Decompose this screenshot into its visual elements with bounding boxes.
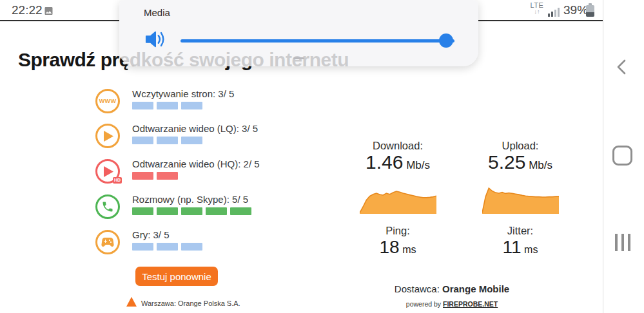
- provider-line: Dostawca: Orange Mobile: [349, 283, 555, 294]
- media-volume-panel: Media: [119, 0, 478, 66]
- rating-bar: [157, 207, 178, 215]
- rating-bar: [206, 207, 227, 215]
- jitter-unit: ms: [524, 244, 538, 255]
- location-provider-note: Warszawa: Orange Polska S.A.: [141, 299, 240, 307]
- clock: 22:22: [12, 3, 43, 17]
- provider-name: Orange Mobile: [442, 283, 509, 294]
- rating-bar: [157, 243, 178, 251]
- rating-bar: [132, 172, 153, 180]
- rating-bar: [132, 207, 153, 215]
- rating-bars: [132, 207, 251, 215]
- phone-call-icon: [95, 194, 120, 219]
- test-item-label: Odtwarzanie wideo (HQ): 2/ 5: [132, 158, 260, 169]
- volume-slider[interactable]: [181, 39, 454, 43]
- download-label: Download:: [346, 139, 449, 152]
- signal-strength-icon: [548, 6, 562, 19]
- test-item-label: Odtwarzanie wideo (LQ): 3/ 5: [132, 123, 258, 134]
- download-value: 1.46: [366, 151, 403, 173]
- nav-divider: [603, 0, 603, 313]
- rating-bar: [132, 243, 153, 251]
- jitter-value: 11: [503, 237, 522, 257]
- orange-logo-icon: [126, 297, 137, 307]
- statusbar-divider-left: [0, 20, 119, 21]
- ping-unit: ms: [402, 244, 416, 255]
- media-panel-title: Media: [144, 7, 170, 18]
- www-icon: WWW: [95, 89, 120, 113]
- panel-expand-handle[interactable]: [293, 57, 304, 59]
- rating-bars: [132, 172, 178, 180]
- jitter-result: Jitter: 11 ms: [469, 224, 572, 260]
- hd-badge: HD: [113, 177, 122, 184]
- upload-chart: [482, 184, 559, 214]
- retest-button[interactable]: Testuj ponownie: [135, 267, 218, 286]
- download-chart: [360, 184, 436, 214]
- rating-bar: [181, 207, 202, 215]
- rating-bar: [181, 243, 202, 251]
- powered-by-line: powered by FIREPROBE.NET: [349, 300, 555, 308]
- upload-unit: Mb/s: [529, 159, 552, 171]
- jitter-label: Jitter:: [469, 224, 572, 237]
- fireprobe-link[interactable]: FIREPROBE.NET: [443, 300, 498, 308]
- upload-label: Upload:: [469, 139, 572, 152]
- download-result: Download: 1.46 Mb/s: [346, 139, 449, 216]
- screenshot-notification-icon: [43, 6, 55, 19]
- upload-result: Upload: 5.25 Mb/s: [469, 139, 572, 216]
- upload-value: 5.25: [488, 151, 525, 173]
- play-video-hd-icon: HD: [95, 159, 120, 184]
- rating-bar: [157, 102, 178, 109]
- ping-label: Ping:: [346, 224, 449, 237]
- battery-percent: 39%: [563, 3, 588, 17]
- recents-button[interactable]: [615, 234, 630, 251]
- data-arrows-icon: ↓↑: [529, 9, 545, 15]
- rating-bar: [132, 102, 153, 109]
- rating-bar: [230, 207, 251, 215]
- rating-bar: [132, 137, 153, 144]
- rating-bars: [132, 137, 202, 144]
- test-item-label: Wczytywanie stron: 3/ 5: [132, 88, 234, 99]
- rating-bars: [132, 243, 202, 251]
- back-button[interactable]: [614, 58, 630, 79]
- network-type-indicator: LTE ↓↑: [529, 2, 545, 15]
- rating-bar: [157, 137, 178, 144]
- rating-bar: [157, 172, 178, 180]
- download-unit: Mb/s: [406, 159, 430, 171]
- test-item-label: Rozmowy (np. Skype): 5/ 5: [132, 194, 248, 205]
- volume-slider-knob[interactable]: [439, 33, 453, 48]
- rating-bar: [181, 102, 202, 109]
- rating-bars: [132, 102, 202, 109]
- test-item-label: Gry: 3/ 5: [132, 229, 170, 240]
- play-video-icon: [95, 124, 120, 148]
- provider-label: Dostawca:: [395, 283, 440, 294]
- ping-result: Ping: 18 ms: [346, 224, 449, 260]
- gamepad-icon: [95, 230, 120, 254]
- battery-icon: [586, 3, 594, 17]
- home-button[interactable]: [612, 146, 632, 166]
- rating-bar: [181, 137, 202, 144]
- ping-value: 18: [380, 237, 400, 257]
- statusbar-divider-right: [478, 20, 603, 21]
- speaker-volume-icon[interactable]: [145, 30, 167, 52]
